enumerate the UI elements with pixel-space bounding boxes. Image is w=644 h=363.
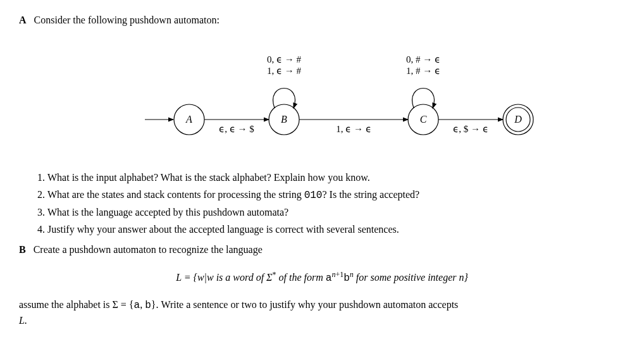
lang-suffix: for some positive integer n} <box>354 272 468 283</box>
part-a-questions: What is the input alphabet? What is the … <box>19 170 625 237</box>
lang-exp1: n+1 <box>331 270 344 279</box>
state-b-label: B <box>281 114 287 125</box>
closing-3: L. <box>19 315 27 326</box>
question-2: What are the states and stack contents f… <box>47 187 625 203</box>
part-b-closing: assume the alphabet is Σ = {a, b}. Write… <box>19 297 625 328</box>
lang-a: a <box>326 273 332 284</box>
language-definition: L = {w|w is a word of Σ* of the form an+… <box>19 269 625 286</box>
part-a-intro: Consider the following pushdown automato… <box>34 15 220 25</box>
state-d-label: D <box>514 114 522 125</box>
trans-a-b: ϵ, ϵ → $ <box>219 124 254 134</box>
closing-b: b <box>145 300 151 311</box>
part-b-intro: Create a pushdown automaton to recognize… <box>34 244 263 255</box>
trans-c-d: ϵ, $ → ϵ <box>453 124 488 134</box>
state-c-label: C <box>420 114 427 125</box>
part-a-label: A <box>19 15 27 25</box>
trans-b-c: 1, ϵ → ϵ <box>336 124 371 134</box>
part-a-header: A Consider the following pushdown automa… <box>19 13 625 28</box>
closing-2: }. Write a sentence or two to justify wh… <box>151 299 459 310</box>
automaton-diagram: A ϵ, ϵ → $ B 0, ϵ → # 1, ϵ → # 1, ϵ → ϵ … <box>19 37 625 157</box>
state-a-label: A <box>185 114 192 125</box>
part-b-label: B <box>19 244 26 255</box>
lang-mid1: is a word of Σ* of the form <box>214 272 326 283</box>
lang-prefix: L = {w|w <box>176 272 214 283</box>
trans-c-loop-2: 1, # → ϵ <box>406 66 440 76</box>
trans-b-loop-2: 1, ϵ → # <box>267 66 302 76</box>
question-3: What is the language accepted by this pu… <box>47 205 625 220</box>
question-1: What is the input alphabet? What is the … <box>47 170 625 185</box>
closing-a: a <box>134 300 140 311</box>
question-2-text: What are the states and stack contents f… <box>47 189 419 200</box>
part-b-header: B Create a pushdown automaton to recogni… <box>19 242 625 257</box>
lang-b: b <box>344 273 350 284</box>
closing-1: assume the alphabet is Σ = { <box>19 299 134 310</box>
question-4: Justify why your answer about the accept… <box>47 222 625 237</box>
trans-c-loop-1: 0, # → ϵ <box>406 54 440 65</box>
trans-b-loop-1: 0, ϵ → # <box>267 54 302 65</box>
